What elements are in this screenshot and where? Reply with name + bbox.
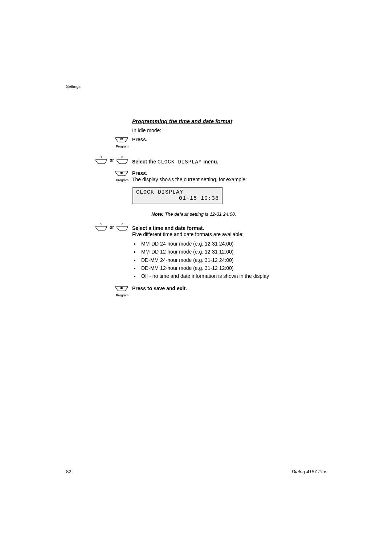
list-item: MM-DD 12-hour mode (e.g. 12-31 12:00)	[139, 248, 340, 256]
program-button-icon	[115, 137, 128, 144]
svg-point-1	[120, 172, 123, 174]
step3-action: Press.	[132, 170, 340, 176]
list-item: MM-DD 24-hour mode (e.g. 12-31 24:00)	[139, 240, 340, 248]
step1-action: Press.	[132, 137, 340, 142]
nav-buttons-group: < or >	[95, 155, 128, 165]
product-name: Dialog 4187 Plus	[292, 469, 327, 474]
list-item: Off - no time and date information is sh…	[139, 272, 340, 280]
note-text: The default setting is 12-31 24:00.	[164, 211, 236, 217]
program-label: Program	[116, 145, 128, 148]
program-label-2: Program	[116, 178, 128, 182]
step2-prefix: Select the	[132, 159, 158, 165]
right-button-icon	[116, 159, 128, 164]
note-label: Note:	[151, 211, 163, 217]
lcd-display: CLOCK DISPLAY 01-15 10:38	[132, 187, 223, 204]
step5-action: Press to save and exit.	[132, 285, 340, 291]
page-footer: 82 Dialog 4187 Plus	[66, 469, 327, 474]
right-arrow-symbol-2: >	[116, 222, 128, 226]
svg-point-2	[120, 287, 123, 289]
nav-buttons-group-2: < or >	[95, 222, 128, 232]
display-line1: CLOCK DISPLAY	[136, 189, 219, 195]
program-label-3: Program	[116, 293, 128, 297]
left-button-icon	[95, 159, 107, 164]
step2-menu: CLOCK DISPLAY	[158, 159, 202, 165]
svg-point-0	[120, 138, 123, 140]
left-arrow-symbol-2: <	[95, 222, 107, 226]
note-block: Note: The default setting is 12-31 24:00…	[132, 211, 256, 217]
step4-description: Five different time and date formats are…	[132, 231, 340, 238]
step2-suffix: menu.	[202, 159, 218, 165]
step3-description: The display shows the current setting, f…	[132, 176, 340, 183]
display-line2: 01-15 10:38	[136, 195, 219, 202]
right-button-icon-2	[116, 226, 128, 231]
or-separator-2: or	[110, 225, 114, 230]
page-number: 82	[66, 469, 71, 474]
section-title: Programming the time and date format	[132, 118, 340, 124]
right-arrow-symbol: >	[116, 155, 128, 159]
page-header-label: Settings	[66, 84, 81, 89]
program-button-filled-icon-2	[115, 285, 128, 293]
format-list: MM-DD 24-hour mode (e.g. 12-31 24:00) MM…	[139, 240, 340, 280]
program-button-filled-icon	[115, 170, 128, 178]
step4-action: Select a time and date format.	[132, 225, 340, 231]
intro-text: In idle mode:	[132, 127, 161, 133]
left-button-icon-2	[95, 226, 107, 231]
left-arrow-symbol: <	[95, 155, 107, 159]
list-item: DD-MM 12-hour mode (e.g. 31-12 12:00)	[139, 264, 340, 272]
list-item: DD-MM 24-hour mode (e.g. 31-12 24:00)	[139, 256, 340, 264]
main-content: Programming the time and date format In …	[86, 118, 340, 299]
or-separator: or	[110, 158, 114, 163]
